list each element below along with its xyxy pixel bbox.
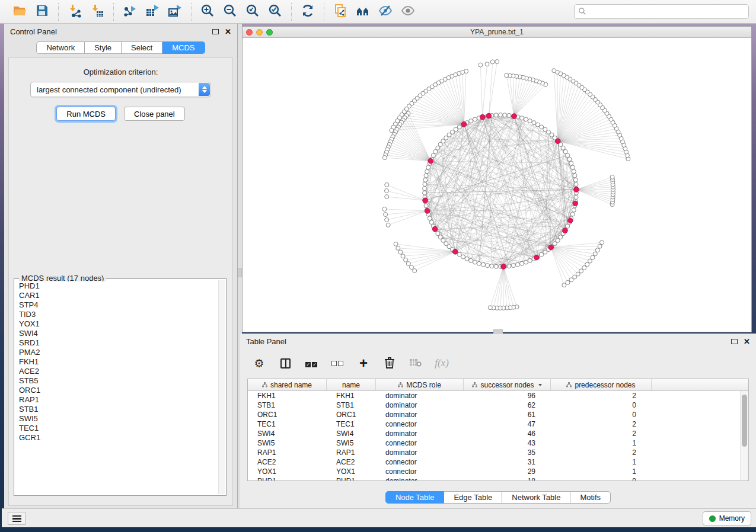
deselect-all-button[interactable] xyxy=(330,354,344,372)
import-table-button[interactable] xyxy=(86,2,109,21)
tab-motifs[interactable]: Motifs xyxy=(570,491,611,504)
zoom-out-icon xyxy=(223,4,237,20)
tab-network-table[interactable]: Network Table xyxy=(502,491,570,504)
mcds-result-item[interactable]: TEC1 xyxy=(15,424,218,433)
cell-shared-name: RAP1 xyxy=(248,448,327,457)
open-file-button[interactable] xyxy=(8,2,31,21)
table-row[interactable]: TEC1TEC1connector472 xyxy=(248,419,740,429)
tab-select[interactable]: Select xyxy=(122,41,162,54)
optimization-criterion-select[interactable]: largest connected component (undirected) xyxy=(30,82,211,97)
control-panel-float-button[interactable] xyxy=(212,29,219,34)
mcds-result-item[interactable]: YOX1 xyxy=(15,319,218,329)
zoom-fit-button[interactable] xyxy=(241,2,264,21)
table-row[interactable]: ORC1ORC1dominator610 xyxy=(248,410,740,419)
table-scrollbar-thumb[interactable] xyxy=(742,395,747,447)
export-network-button[interactable] xyxy=(119,2,141,21)
hide-selected-button[interactable] xyxy=(374,2,397,21)
table-panel-float-button[interactable] xyxy=(731,339,738,344)
column-header-name[interactable]: name xyxy=(327,379,376,390)
cell-shared-name: ACE2 xyxy=(248,458,327,466)
vertical-splitter-handle[interactable] xyxy=(238,268,242,277)
horizontal-splitter-handle[interactable] xyxy=(493,329,503,334)
close-panel-button[interactable]: Close panel xyxy=(124,107,185,121)
control-panel-close-button[interactable]: ✕ xyxy=(225,28,231,36)
mcds-result-scrollbar[interactable] xyxy=(218,280,225,494)
tab-edge-table[interactable]: Edge Table xyxy=(444,491,502,504)
table-row[interactable]: FKH1FKH1dominator962 xyxy=(248,391,740,400)
mcds-result-box: MCDS result (17 nodes) PHD1CAR1STP4TID3Y… xyxy=(14,278,227,496)
table-row[interactable]: SWI5SWI5connector431 xyxy=(248,438,740,448)
memory-label: Memory xyxy=(719,514,745,523)
task-history-button[interactable] xyxy=(8,512,25,525)
mcds-result-item[interactable]: PHD1 xyxy=(15,281,218,291)
cell-name: RAP1 xyxy=(327,448,376,457)
mcds-result-item[interactable]: ACE2 xyxy=(15,367,218,376)
mcds-result-item[interactable]: SWI5 xyxy=(15,414,218,424)
mcds-result-item[interactable]: RAP1 xyxy=(15,395,218,405)
cell-mcds-role: connector xyxy=(376,439,464,447)
tab-node-table[interactable]: Node Table xyxy=(385,491,445,504)
export-image-button[interactable] xyxy=(164,2,186,21)
table-row[interactable]: PHD1PHD1dominator180 xyxy=(248,476,740,480)
tab-network[interactable]: Network xyxy=(36,41,85,54)
mcds-result-item[interactable]: ORC1 xyxy=(15,386,218,395)
column-header-shared-name[interactable]: shared name xyxy=(248,379,327,390)
optimization-criterion-label: Optimization criterion: xyxy=(9,68,232,76)
table-settings-button[interactable]: ⚙ xyxy=(252,354,266,372)
select-all-button[interactable]: ✓✓ xyxy=(304,354,318,372)
cell-predecessor-nodes: 0 xyxy=(551,411,652,419)
zoom-group xyxy=(192,0,291,24)
mcds-result-item[interactable]: STP4 xyxy=(15,300,218,310)
table-row[interactable]: RAP1RAP1dominator352 xyxy=(248,448,740,457)
memory-button[interactable]: Memory xyxy=(703,511,751,525)
table-row[interactable]: STB1STB1dominator620 xyxy=(248,400,740,410)
cell-shared-name: TEC1 xyxy=(248,420,327,428)
cell-predecessor-nodes: 2 xyxy=(551,392,652,400)
show-all-button[interactable] xyxy=(397,2,419,21)
table-panel-close-button[interactable]: ✕ xyxy=(744,338,750,345)
mcds-result-item[interactable]: FKH1 xyxy=(15,357,218,367)
zoom-selected-button[interactable] xyxy=(264,2,286,21)
run-mcds-button[interactable]: Run MCDS xyxy=(56,107,116,121)
table-panel-title: Table Panel xyxy=(246,337,286,346)
table-row[interactable]: SWI4SWI4dominator462 xyxy=(248,429,740,438)
mcds-result-item[interactable]: TID3 xyxy=(15,310,218,319)
export-network-icon xyxy=(123,4,137,20)
import-network-button[interactable] xyxy=(63,2,86,21)
mcds-result-item[interactable]: CAR1 xyxy=(15,291,218,300)
column-header-mcds-role[interactable]: MCDS role xyxy=(376,379,464,390)
table-scrollbar[interactable] xyxy=(740,391,748,480)
delete-column-button[interactable] xyxy=(382,354,397,372)
search-input[interactable] xyxy=(574,4,749,19)
mcds-result-list: PHD1CAR1STP4TID3YOX1SWI4SRD1PMA2FKH1ACE2… xyxy=(15,281,218,494)
zoom-out-button[interactable] xyxy=(219,2,241,21)
refresh-view-button[interactable] xyxy=(296,2,319,21)
column-header-successor-nodes[interactable]: successor nodes xyxy=(464,379,551,390)
cell-shared-name: SWI5 xyxy=(248,439,327,447)
table-panel-titlebar: Table Panel ✕ xyxy=(240,334,756,349)
mcds-result-item[interactable]: GCR1 xyxy=(15,433,218,443)
add-column-button[interactable]: + xyxy=(356,354,371,372)
table-row[interactable]: YOX1YOX1connector291 xyxy=(248,467,740,476)
show-columns-button[interactable] xyxy=(278,354,292,372)
mcds-result-item[interactable]: STB5 xyxy=(15,376,218,386)
mcds-result-item[interactable]: PMA2 xyxy=(15,348,218,357)
network-canvas[interactable] xyxy=(243,38,751,332)
clone-network-button[interactable] xyxy=(329,2,352,21)
tab-mcds[interactable]: MCDS xyxy=(162,41,205,54)
function-builder-button[interactable]: f(x) xyxy=(435,354,449,372)
column-header-predecessor-nodes[interactable]: predecessor nodes xyxy=(551,379,652,390)
zoom-in-button[interactable] xyxy=(196,2,219,21)
tab-style[interactable]: Style xyxy=(85,41,122,54)
save-session-button[interactable] xyxy=(31,2,53,21)
delete-table-button[interactable] xyxy=(409,354,423,372)
cell-predecessor-nodes: 1 xyxy=(551,458,652,466)
table-row[interactable]: ACE2ACE2connector311 xyxy=(248,457,740,467)
mcds-result-item[interactable]: SRD1 xyxy=(15,338,218,348)
attribute-icon xyxy=(472,382,477,387)
first-neighbors-button[interactable] xyxy=(352,2,374,21)
cell-successor-nodes: 43 xyxy=(464,439,551,447)
mcds-result-item[interactable]: STB1 xyxy=(15,405,218,414)
mcds-result-item[interactable]: SWI4 xyxy=(15,329,218,338)
export-table-button[interactable] xyxy=(141,2,164,21)
